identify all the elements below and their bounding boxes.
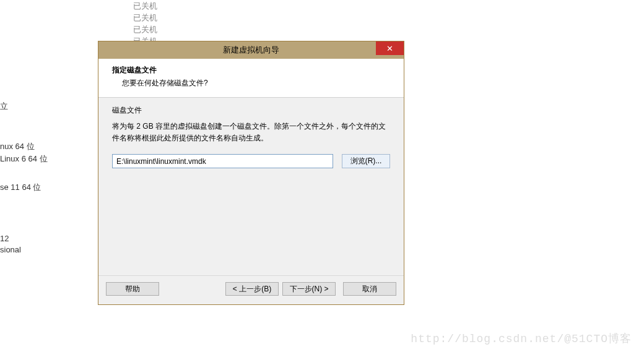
close-icon: ✕	[386, 44, 393, 53]
close-button[interactable]: ✕	[376, 41, 404, 55]
watermark: http://blog.csdn.net/@51CTO博客	[411, 331, 632, 346]
vm-list-item: Linux 6 64 位	[0, 153, 48, 165]
titlebar[interactable]: 新建虚拟机向导 ✕	[98, 41, 404, 59]
wizard-step-title: 指定磁盘文件	[108, 65, 394, 75]
wizard-content: 磁盘文件 将为每 2 GB 容里的虚拟磁盘创建一个磁盘文件。除第一个文件之外，每…	[98, 98, 404, 176]
next-button[interactable]: 下一步(N) >	[282, 282, 336, 296]
vm-status-row: 已关机	[133, 1, 157, 12]
vm-status-row: 已关机	[133, 12, 157, 24]
vm-list-item: sional	[0, 245, 21, 254]
path-input-row: 浏览(R)...	[112, 154, 390, 168]
help-button[interactable]: 帮助	[106, 282, 159, 296]
disk-file-description: 将为每 2 GB 容里的虚拟磁盘创建一个磁盘文件。除第一个文件之外，每个文件的文…	[112, 121, 390, 144]
cancel-button[interactable]: 取消	[343, 282, 396, 296]
disk-path-input[interactable]	[112, 154, 333, 168]
nav-buttons: < 上一步(B) 下一步(N) > 取消	[225, 282, 396, 296]
vm-list-item: nux 64 位	[0, 141, 35, 152]
wizard-footer: 帮助 < 上一步(B) 下一步(N) > 取消	[98, 275, 404, 304]
new-vm-wizard-dialog: 新建虚拟机向导 ✕ 指定磁盘文件 您要在何处存储磁盘文件? 磁盘文件 将为每 2…	[98, 41, 404, 305]
browse-button[interactable]: 浏览(R)...	[342, 154, 390, 168]
vm-list-item: 12	[0, 234, 9, 243]
vm-list-item: se 11 64 位	[0, 182, 41, 193]
back-button[interactable]: < 上一步(B)	[225, 282, 279, 296]
wizard-header: 指定磁盘文件 您要在何处存储磁盘文件?	[98, 59, 404, 98]
vm-status-row: 已关机	[133, 24, 157, 35]
wizard-step-subtitle: 您要在何处存储磁盘文件?	[108, 78, 394, 88]
dialog-title: 新建虚拟机向导	[223, 45, 279, 56]
left-fragment: 立	[0, 101, 8, 112]
disk-file-label: 磁盘文件	[112, 105, 390, 116]
